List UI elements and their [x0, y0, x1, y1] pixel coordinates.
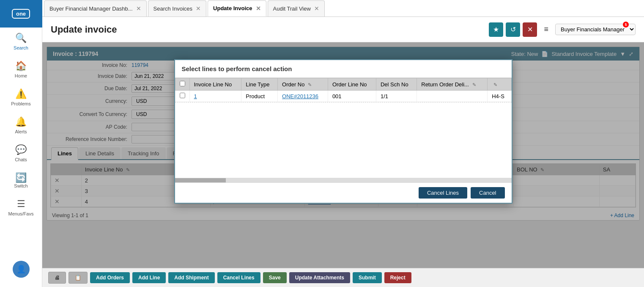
modal-title: Select lines to perform cancel action — [175, 60, 512, 78]
role-badge-wrap: 5 Buyer Financials Manager — [555, 24, 636, 35]
tab-buyer-financial[interactable]: Buyer Financial Manager Dashb... ✕ — [44, 0, 147, 17]
copy-button[interactable]: 📋 — [69, 272, 88, 284]
tab-update-label: Update Invoice — [213, 5, 252, 11]
main-area: Buyer Financial Manager Dashb... ✕ Searc… — [42, 0, 644, 287]
modal-col-line-type: Line Type — [241, 78, 278, 91]
role-badge: 5 — [623, 22, 629, 28]
tab-search-invoices[interactable]: Search Invoices ✕ — [148, 0, 207, 17]
tab-audit-trail[interactable]: Audit Trail View ✕ — [268, 0, 325, 17]
modal-cancel-lines-button[interactable]: Cancel Lines — [419, 187, 467, 199]
refresh-button[interactable]: ↺ — [506, 22, 520, 37]
modal-row-select-checkbox[interactable] — [180, 93, 185, 98]
cancel-lines-button[interactable]: Cancel Lines — [217, 272, 260, 283]
tab-update-close[interactable]: ✕ — [256, 5, 261, 12]
modal-col-extra: ✎ — [488, 78, 511, 91]
sidebar-item-avatar[interactable]: 👤 — [0, 256, 42, 283]
modal-table-row: 1 Product ONE#2011236 001 1/1 H4-S — [175, 91, 511, 102]
add-line-button[interactable]: Add Line — [132, 272, 166, 283]
switch-icon: 🔄 — [15, 172, 27, 183]
modal-scrollbar[interactable] — [175, 178, 512, 182]
cancel-modal: Select lines to perform cancel action In… — [174, 59, 512, 204]
modal-select-all-checkbox[interactable] — [180, 81, 185, 86]
sidebar-label-home: Home — [15, 73, 27, 78]
tab-buyer-close[interactable]: ✕ — [136, 5, 141, 12]
sidebar-label-problems: Problems — [11, 101, 30, 106]
alerts-icon: 🔔 — [15, 116, 27, 127]
modal-row-line-type: Product — [241, 91, 278, 102]
modal-row-return-order — [417, 91, 488, 102]
modal-col-order-no: Order No ✎ — [278, 78, 328, 91]
modal-scrollbar-thumb — [175, 178, 226, 182]
tab-audit-label: Audit Trail View — [273, 6, 311, 12]
home-icon: 🏠 — [15, 61, 27, 72]
modal-row-order-link[interactable]: ONE#2011236 — [282, 93, 318, 99]
avatar: 👤 — [13, 261, 30, 278]
tab-search-label: Search Invoices — [153, 6, 193, 12]
modal-col-return-order: Return Order Deli... ✎ — [417, 78, 488, 91]
reject-button[interactable]: Reject — [384, 272, 411, 283]
add-orders-button[interactable]: Add Orders — [90, 272, 130, 283]
page-title: Update invoice — [51, 24, 489, 35]
sidebar-item-menus[interactable]: ☰ Menus/Favs — [0, 193, 42, 221]
modal-col-edit-order-no[interactable]: ✎ — [308, 82, 312, 87]
sidebar-item-problems[interactable]: ⚠️ Problems — [0, 83, 42, 111]
modal-row-invoice-line-no: 1 — [189, 91, 241, 102]
sidebar-label-chats: Chats — [15, 157, 27, 162]
chats-icon: 💬 — [15, 144, 27, 155]
modal-col-del-sch-no: Del Sch No — [376, 78, 417, 91]
problems-icon: ⚠️ — [15, 88, 27, 99]
modal-row-order-no: ONE#2011236 — [278, 91, 328, 102]
bottom-toolbar: 🖨 📋 Add Orders Add Line Add Shipment Can… — [42, 268, 644, 287]
modal-row-line-link[interactable]: 1 — [194, 93, 197, 99]
add-shipment-button[interactable]: Add Shipment — [168, 272, 214, 283]
modal-row-order-line-no: 001 — [328, 91, 376, 102]
app-logo[interactable]: one — [0, 0, 42, 28]
update-attachments-button[interactable]: Update Attachments — [289, 272, 350, 283]
sidebar-label-search: Search — [14, 45, 28, 50]
sidebar-item-switch[interactable]: 🔄 Switch — [0, 167, 42, 193]
modal-row-extra: H4-S — [488, 91, 511, 102]
sidebar-label-alerts: Alerts — [15, 129, 27, 134]
modal-col-edit-extra[interactable]: ✎ — [493, 82, 497, 87]
save-button[interactable]: Save — [263, 272, 287, 283]
star-button[interactable]: ★ — [489, 22, 503, 37]
modal-col-select — [175, 78, 189, 91]
print-button[interactable]: 🖨 — [48, 272, 66, 284]
modal-table: Invoice Line No Line Type Order No ✎ Ord… — [175, 78, 512, 102]
submit-button[interactable]: Submit — [353, 272, 382, 283]
modal-col-edit-return-order[interactable]: ✎ — [472, 82, 476, 87]
tab-audit-close[interactable]: ✕ — [314, 5, 319, 12]
modal-table-wrap: Invoice Line No Line Type Order No ✎ Ord… — [175, 78, 512, 102]
sidebar-item-chats[interactable]: 💬 Chats — [0, 139, 42, 167]
tab-bar: Buyer Financial Manager Dashb... ✕ Searc… — [42, 0, 644, 17]
sidebar-label-switch: Switch — [14, 183, 27, 188]
page-header: Update invoice ★ ↺ ✕ ≡ 5 Buyer Financial… — [42, 17, 644, 42]
menu-icon[interactable]: ≡ — [544, 25, 548, 34]
tab-search-close[interactable]: ✕ — [196, 5, 201, 12]
modal-col-order-line-no: Order Line No — [328, 78, 376, 91]
menus-icon: ☰ — [17, 199, 25, 210]
modal-row-checkbox — [175, 91, 189, 102]
content-area: Invoice : 119794 State: New 📄 Standard I… — [42, 42, 644, 268]
modal-overlay: Select lines to perform cancel action In… — [42, 42, 644, 268]
sidebar-item-home[interactable]: 🏠 Home — [0, 55, 42, 83]
modal-col-invoice-line-no: Invoice Line No — [189, 78, 241, 91]
sidebar-item-search[interactable]: 🔍 Search — [0, 28, 42, 55]
sidebar: one 🔍 Search 🏠 Home ⚠️ Problems 🔔 Alerts… — [0, 0, 42, 287]
sidebar-item-alerts[interactable]: 🔔 Alerts — [0, 111, 42, 139]
modal-row-del-sch-no: 1/1 — [376, 91, 417, 102]
tab-update-invoice[interactable]: Update Invoice ✕ — [208, 0, 266, 17]
sidebar-label-menus: Menus/Favs — [8, 211, 34, 216]
modal-cancel-button[interactable]: Cancel — [471, 187, 504, 199]
modal-empty-area — [175, 102, 512, 178]
close-button[interactable]: ✕ — [523, 22, 537, 37]
header-actions: ★ ↺ ✕ ≡ 5 Buyer Financials Manager — [489, 22, 636, 37]
search-icon: 🔍 — [15, 33, 27, 44]
tab-buyer-label: Buyer Financial Manager Dashb... — [49, 6, 133, 12]
modal-footer: Cancel Lines Cancel — [175, 182, 512, 203]
